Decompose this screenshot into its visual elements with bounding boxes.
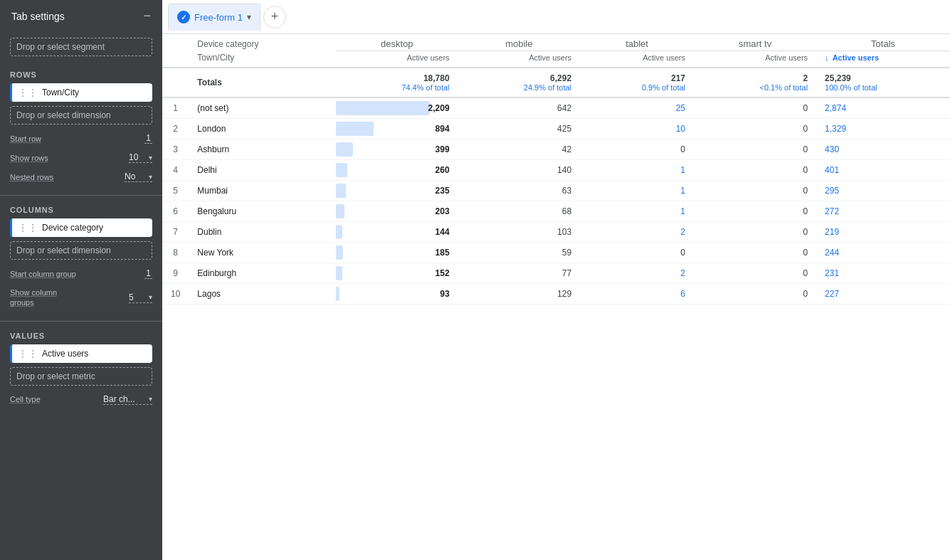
tab-bar: ✓ Free-form 1 ▾ +: [162, 0, 950, 34]
totals-desktop: 18,780 74.4% of total: [336, 68, 458, 97]
tablet-group-header[interactable]: tablet: [580, 34, 694, 51]
drop-col-dimension-label: Drop or select dimension: [16, 245, 111, 255]
desktop-value: 93: [336, 283, 458, 304]
drop-row-dimension-button[interactable]: Drop or select dimension: [10, 106, 152, 125]
smart-tv-value: 0: [694, 97, 816, 119]
chevron-down-icon-cell: ▾: [149, 395, 152, 403]
tablet-value: 0: [580, 242, 694, 263]
city-name: Mumbai: [189, 180, 336, 201]
start-col-group-value[interactable]: 1: [144, 268, 152, 279]
row-dimension-label: Town/City: [42, 88, 79, 97]
show-col-groups-select[interactable]: 510: [129, 292, 149, 302]
columns-section: COLUMNS ⋮⋮ Device category Drop or selec…: [0, 200, 162, 317]
tablet-value: 2: [580, 221, 694, 242]
row-num: 6: [162, 201, 189, 221]
mobile-metric-header[interactable]: Active users: [458, 51, 580, 68]
mobile-value: 63: [458, 180, 580, 201]
smart-tv-value: 0: [694, 221, 816, 242]
desktop-value: 260: [336, 159, 458, 180]
totals-tablet: 217 0.9% of total: [580, 68, 694, 97]
mobile-value: 425: [458, 118, 580, 139]
value-metric-chip[interactable]: ⋮⋮ Active users: [10, 344, 152, 363]
col-dimension-chip[interactable]: ⋮⋮ Device category: [10, 218, 152, 237]
desktop-value: 144: [336, 221, 458, 242]
city-name: Edinburgh: [189, 263, 336, 283]
mobile-value: 59: [458, 242, 580, 263]
tablet-value: 1: [580, 159, 694, 180]
tablet-value: 0: [580, 139, 694, 159]
table-row: 7 Dublin 144 103 2 0 219: [162, 221, 950, 242]
tab-icon: ✓: [177, 11, 190, 23]
table-row: 6 Bengaluru 203 68 1 0 272: [162, 201, 950, 221]
city-name: Bengaluru: [189, 201, 336, 221]
close-icon[interactable]: −: [143, 9, 151, 23]
show-rows-select-wrap[interactable]: 102550 ▾: [129, 152, 152, 163]
desktop-value: 894: [336, 118, 458, 139]
segment-section: Drop or select segment: [0, 32, 162, 65]
row-num: 3: [162, 139, 189, 159]
mobile-value: 42: [458, 139, 580, 159]
smart-tv-value: 0: [694, 180, 816, 201]
cell-type-select-wrap[interactable]: Bar ch...Plain text ▾: [103, 394, 152, 405]
total-value: 272: [816, 201, 950, 221]
show-col-groups-select-wrap[interactable]: 510 ▾: [129, 292, 152, 303]
smart-tv-metric-header[interactable]: Active users: [694, 51, 816, 68]
totals-name: Totals: [197, 78, 221, 88]
total-value: 231: [816, 263, 950, 283]
cell-type-row: Cell type Bar ch...Plain text ▾: [10, 391, 152, 408]
totals-group-header[interactable]: Totals: [816, 34, 950, 51]
totals-num: [162, 68, 189, 97]
table-row: 8 New York 185 59 0 0 244: [162, 242, 950, 263]
sort-arrow-icon: ↓: [825, 53, 829, 62]
row-dimension-chip[interactable]: ⋮⋮ Town/City: [10, 83, 152, 102]
rows-label: ROWS: [10, 70, 152, 79]
start-row-value[interactable]: 1: [144, 133, 152, 144]
nested-rows-select-wrap[interactable]: NoYes ▾: [125, 171, 152, 182]
show-col-groups-label: Show column groups: [10, 287, 74, 308]
totals-smart-tv: 2 <0.1% of total: [694, 68, 816, 97]
drop-segment-button[interactable]: Drop or select segment: [10, 38, 152, 56]
value-metric-label: Active users: [42, 349, 88, 359]
town-city-header[interactable]: Town/City: [189, 51, 336, 68]
smart-tv-value: 0: [694, 159, 816, 180]
tablet-value: 1: [580, 180, 694, 201]
mobile-value: 68: [458, 201, 580, 221]
start-row-label: Start row: [10, 134, 41, 143]
totals-label-cell: Totals: [189, 68, 336, 97]
cell-type-select[interactable]: Bar ch...Plain text: [103, 394, 149, 404]
totals-mobile: 6,292 24.9% of total: [458, 68, 580, 97]
sidebar-title: Tab settings: [11, 11, 65, 22]
row-num: 5: [162, 180, 189, 201]
drop-value-metric-label: Drop or select metric: [16, 371, 95, 381]
row-num: 10: [162, 283, 189, 304]
show-rows-row: Show rows 102550 ▾: [10, 149, 152, 166]
total-value: 244: [816, 242, 950, 263]
drag-icon: ⋮⋮: [18, 87, 38, 98]
drop-value-metric-button[interactable]: Drop or select metric: [10, 367, 152, 386]
desktop-value: 399: [336, 139, 458, 159]
total-value: 430: [816, 139, 950, 159]
totals-metric-header[interactable]: ↓ Active users: [816, 51, 950, 68]
tablet-metric-header[interactable]: Active users: [580, 51, 694, 68]
add-tab-button[interactable]: +: [263, 6, 286, 28]
tab-freeform-1[interactable]: ✓ Free-form 1 ▾: [168, 4, 260, 31]
smart-tv-group-header[interactable]: smart tv: [694, 34, 816, 51]
drop-col-dimension-button[interactable]: Drop or select dimension: [10, 241, 152, 260]
desktop-metric-header[interactable]: Active users: [336, 51, 458, 68]
desktop-value: 2,209: [336, 97, 458, 119]
mobile-value: 642: [458, 97, 580, 119]
total-value: 295: [816, 180, 950, 201]
table-row: 4 Delhi 260 140 1 0 401: [162, 159, 950, 180]
city-name: Ashburn: [189, 139, 336, 159]
total-value: 1,329: [816, 118, 950, 139]
smart-tv-value: 0: [694, 242, 816, 263]
total-value: 227: [816, 283, 950, 304]
nested-rows-select[interactable]: NoYes: [125, 171, 149, 181]
desktop-group-header[interactable]: desktop: [336, 34, 458, 51]
values-section: VALUES ⋮⋮ Active users Drop or select me…: [0, 326, 162, 413]
show-rows-select[interactable]: 102550: [129, 152, 149, 162]
col-group-header-row: Device category desktop mobile tablet sm…: [162, 34, 950, 51]
tab-dropdown-icon[interactable]: ▾: [247, 12, 251, 22]
mobile-group-header[interactable]: mobile: [458, 34, 580, 51]
row-num: 9: [162, 263, 189, 283]
